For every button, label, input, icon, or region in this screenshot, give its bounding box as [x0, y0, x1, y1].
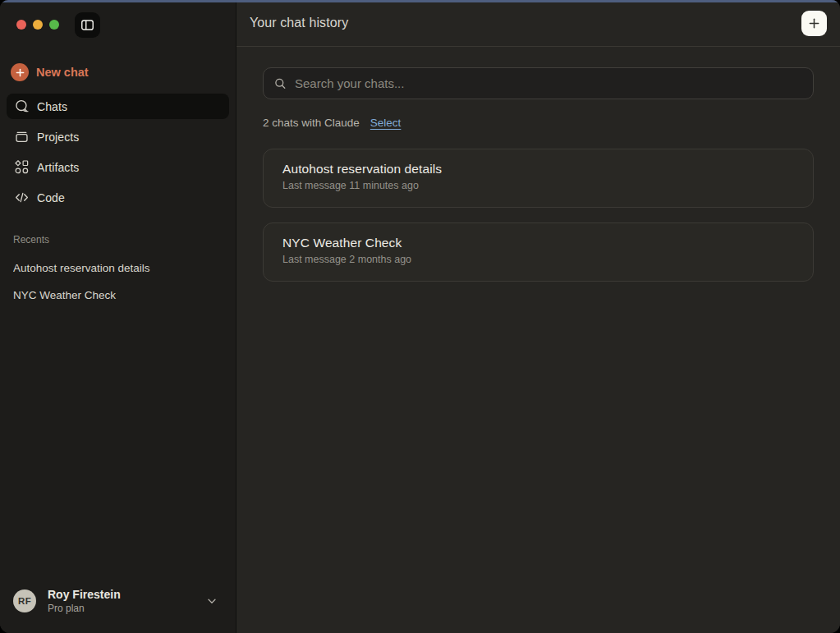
box-icon	[13, 129, 30, 145]
plus-icon	[808, 17, 820, 30]
chat-bubble-icon	[13, 99, 30, 115]
user-plan: Pro plan	[48, 602, 195, 615]
chat-count-text: 2 chats with Claude	[263, 117, 360, 129]
code-icon	[13, 190, 30, 206]
chat-title: Autohost reservation details	[282, 161, 794, 177]
sidebar-item-label: Projects	[37, 131, 79, 144]
avatar: RF	[13, 589, 36, 612]
main-header: Your chat history	[236, 0, 840, 47]
search-input[interactable]	[263, 67, 814, 99]
chat-title: NYC Weather Check	[282, 235, 794, 251]
user-menu[interactable]: RF Roy Firestein Pro plan	[0, 576, 236, 633]
new-chat-plus-button[interactable]	[801, 11, 827, 36]
search-bar	[263, 67, 814, 99]
select-link[interactable]: Select	[370, 117, 402, 129]
recents-section: Recents Autohost reservation details NYC…	[7, 230, 229, 309]
user-name: Roy Firestein	[48, 587, 195, 602]
recents-heading: Recents	[13, 233, 223, 246]
sidebar-item-artifacts[interactable]: Artifacts	[7, 154, 229, 180]
sidebar-item-label: Chats	[37, 100, 67, 113]
page-title: Your chat history	[250, 16, 348, 30]
new-chat-button[interactable]: New chat	[7, 57, 229, 87]
titlebar	[0, 0, 236, 49]
zoom-window-button[interactable]	[49, 20, 59, 30]
sidebar-item-chats[interactable]: Chats	[7, 94, 229, 119]
sidebar-toggle-button[interactable]	[75, 12, 100, 38]
app-window: New chat Chats Proje	[0, 0, 840, 633]
recent-chat-nyc-weather[interactable]: NYC Weather Check	[13, 282, 223, 309]
chat-last-message: Last message 11 minutes ago	[282, 179, 794, 192]
recent-chat-autohost[interactable]: Autohost reservation details	[13, 255, 223, 282]
sidebar-panel-icon	[80, 17, 95, 33]
plus-icon	[11, 63, 29, 81]
chat-last-message: Last message 2 months ago	[282, 253, 794, 266]
close-window-button[interactable]	[16, 20, 26, 30]
sidebar-spacer	[0, 309, 236, 576]
sidebar-item-label: Artifacts	[37, 161, 79, 174]
user-meta: Roy Firestein Pro plan	[48, 587, 195, 615]
chat-card-nyc-weather[interactable]: NYC Weather Check Last message 2 months …	[263, 222, 814, 282]
sidebar: New chat Chats Proje	[0, 0, 236, 633]
shapes-grid-icon	[13, 159, 30, 176]
main-area: Your chat history	[236, 0, 840, 633]
sidebar-item-label: Code	[37, 191, 65, 204]
sidebar-nav: Chats Projects	[7, 94, 229, 210]
window-top-highlight	[0, 0, 840, 2]
chat-history-content: 2 chats with Claude Select Autohost rese…	[236, 47, 840, 282]
new-chat-label: New chat	[36, 66, 89, 79]
sidebar-item-code[interactable]: Code	[7, 185, 229, 210]
minimize-window-button[interactable]	[33, 20, 43, 30]
traffic-lights	[16, 20, 59, 30]
sidebar-item-projects[interactable]: Projects	[7, 124, 229, 149]
chevron-down-icon	[206, 595, 223, 607]
chat-card-autohost[interactable]: Autohost reservation details Last messag…	[263, 149, 814, 208]
summary-row: 2 chats with Claude Select	[263, 117, 814, 129]
